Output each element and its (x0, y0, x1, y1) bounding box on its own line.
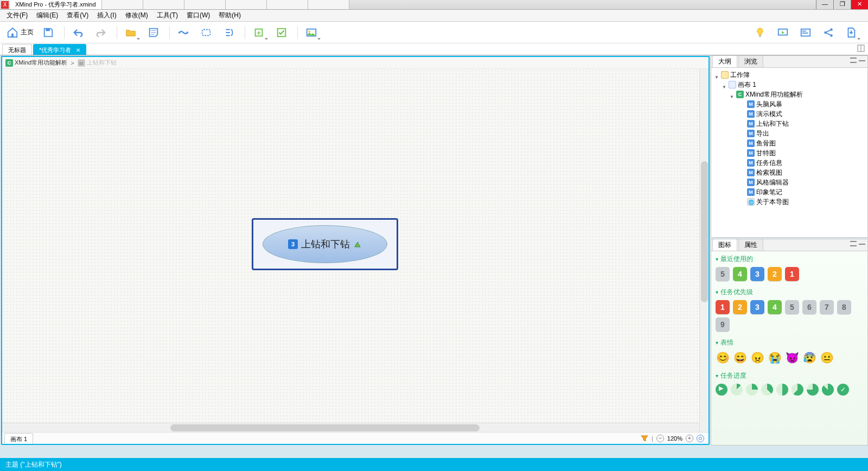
marker-priority[interactable]: 3 (750, 300, 764, 314)
marker-progress[interactable] (761, 384, 773, 396)
tree-workbook[interactable]: 工作簿 (712, 70, 866, 80)
marker-progress[interactable] (792, 384, 803, 396)
tree-item[interactable]: M导出 (712, 129, 866, 138)
present-button[interactable] (773, 24, 793, 41)
menu-file[interactable]: 文件(F) (2, 10, 32, 21)
marker-progress[interactable] (822, 384, 834, 396)
marker-emoji[interactable]: 😐 (820, 351, 834, 365)
marker-priority[interactable]: 8 (837, 300, 851, 314)
canvas[interactable]: 3 上钻和下钻 画布 1 | − 120% + (2, 69, 709, 444)
marker-progress[interactable] (746, 384, 758, 396)
gantt-button[interactable] (795, 24, 816, 41)
scrollbar-horizontal[interactable] (2, 423, 699, 432)
summary-button[interactable] (219, 24, 239, 41)
filter-icon[interactable] (641, 435, 648, 442)
boundary-button[interactable] (196, 24, 216, 41)
share-button[interactable] (818, 24, 839, 41)
note-button[interactable] (143, 24, 164, 41)
tab-outline[interactable]: 大纲 (712, 55, 737, 67)
open-button[interactable] (120, 24, 141, 41)
undo-button[interactable] (68, 24, 88, 41)
marker-progress[interactable] (716, 384, 727, 396)
zoom-out-button[interactable]: − (656, 435, 664, 442)
zoom-in-button[interactable]: + (686, 435, 693, 442)
title-tab-other1[interactable] (102, 0, 143, 9)
marker-progress[interactable] (807, 384, 819, 396)
marker-emoji[interactable]: 😄 (733, 351, 747, 365)
home-button[interactable]: 主页 (4, 24, 36, 41)
tree-item[interactable]: 🌐关于本导图 (712, 197, 866, 207)
tab-properties[interactable]: 属性 (738, 239, 763, 251)
marker-emoji[interactable]: 😭 (768, 351, 782, 365)
panel-minimize-icon[interactable] (859, 60, 865, 63)
title-tab-other5[interactable] (267, 0, 308, 9)
tree-item[interactable]: M检索视图 (712, 168, 866, 177)
group-priority-header[interactable]: 任务优先级 (716, 288, 863, 297)
menu-window[interactable]: 窗口(W) (182, 10, 214, 21)
title-tab-other2[interactable] (143, 0, 184, 9)
panel-menu-icon[interactable] (850, 241, 857, 246)
marker-priority[interactable]: 6 (802, 300, 816, 314)
marker-recent[interactable]: 4 (733, 267, 747, 281)
marker-recent[interactable]: 3 (750, 267, 764, 281)
marker-priority[interactable]: 4 (768, 300, 782, 314)
marker-emoji[interactable]: 😰 (802, 351, 816, 365)
save-button[interactable] (38, 24, 59, 41)
tree-item[interactable]: M演示模式 (712, 109, 866, 119)
marker-progress[interactable]: ✓ (837, 384, 849, 396)
marker-emoji[interactable]: 😠 (750, 351, 764, 365)
split-icon[interactable] (857, 44, 865, 52)
marker-progress[interactable] (731, 384, 743, 396)
tree-central[interactable]: CXMind常用功能解析 (712, 90, 866, 99)
doc-tab-close-icon[interactable]: ✕ (76, 47, 80, 53)
marker-priority[interactable]: 5 (785, 300, 799, 314)
marker-priority[interactable]: 2 (733, 300, 747, 314)
marker-recent[interactable]: 5 (716, 267, 730, 281)
fit-button[interactable] (697, 435, 704, 442)
menu-tools[interactable]: 工具(T) (152, 10, 182, 21)
title-tab-other3[interactable] (184, 0, 226, 9)
marker-progress[interactable] (776, 384, 788, 396)
doc-tab-active[interactable]: *优秀学习者 ✕ (33, 44, 86, 55)
marker-recent[interactable]: 2 (768, 267, 782, 281)
relationship-button[interactable] (173, 24, 194, 41)
menu-insert[interactable]: 插入(I) (93, 10, 120, 21)
redo-button[interactable] (91, 24, 111, 41)
tree-item[interactable]: M上钻和下钻 (712, 119, 866, 129)
marker-button[interactable]: + (248, 24, 269, 41)
tree-sheet[interactable]: 画布 1 (712, 80, 866, 90)
sheet-tab[interactable]: 画布 1 (4, 433, 33, 444)
task-button[interactable] (271, 24, 292, 41)
tree-item[interactable]: M鱼骨图 (712, 138, 866, 148)
marker-priority[interactable]: 7 (820, 300, 834, 314)
marker-emoji[interactable]: 😈 (785, 351, 799, 365)
maximize-button[interactable]: ❐ (833, 0, 851, 9)
title-tab-other4[interactable] (226, 0, 267, 9)
close-button[interactable]: ✕ (851, 0, 868, 9)
tree-item[interactable]: M印象笔记 (712, 187, 866, 197)
breadcrumb-leaf[interactable]: M上钻和下钻 (78, 59, 117, 67)
marker-priority[interactable]: 9 (716, 317, 730, 332)
panel-minimize-icon[interactable] (859, 244, 865, 246)
menu-help[interactable]: 帮助(H) (214, 10, 245, 21)
menu-edit[interactable]: 编辑(E) (32, 10, 62, 21)
tab-icons[interactable]: 图标 (712, 239, 737, 251)
tree-item[interactable]: M任务信息 (712, 158, 866, 168)
marker-recent[interactable]: 1 (785, 267, 799, 281)
panel-menu-icon[interactable] (850, 58, 857, 63)
breadcrumb-root[interactable]: CXMind常用功能解析 (5, 59, 67, 67)
central-topic[interactable]: 3 上钻和下钻 (252, 218, 398, 270)
idea-button[interactable] (750, 24, 770, 41)
scrollbar-vertical[interactable] (699, 69, 709, 444)
menu-modify[interactable]: 修改(M) (121, 10, 152, 21)
marker-priority[interactable]: 1 (716, 300, 730, 314)
tree-item[interactable]: M头脑风暴 (712, 99, 866, 109)
minimize-button[interactable]: — (816, 0, 833, 9)
export-button[interactable] (841, 24, 861, 41)
group-progress-header[interactable]: 任务进度 (716, 371, 863, 380)
tab-browse[interactable]: 浏览 (738, 55, 763, 67)
group-emotion-header[interactable]: 表情 (716, 338, 863, 347)
title-tab-app[interactable]: XMind Pro - 优秀学习者.xmind (10, 0, 102, 9)
tree-item[interactable]: M风格编辑器 (712, 177, 866, 187)
title-tab-other6[interactable] (308, 0, 349, 9)
